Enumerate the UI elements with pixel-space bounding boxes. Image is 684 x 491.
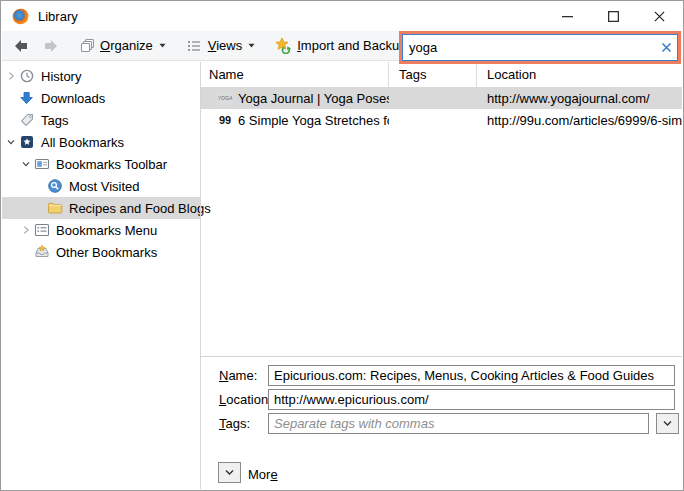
twisty-spacer [33, 200, 45, 216]
sidebar-item-label: History [41, 69, 81, 84]
chevron-right-icon[interactable] [20, 222, 32, 238]
titlebar: Library [2, 1, 682, 31]
sidebar-item-all-bookmarks[interactable]: All Bookmarks [2, 131, 200, 153]
column-header-tags[interactable]: Tags [389, 62, 477, 87]
forward-button[interactable] [40, 34, 62, 58]
details-tags-input[interactable] [268, 413, 649, 434]
sidebar-item-label: Tags [41, 113, 68, 128]
bookmarks-toolbar-icon [34, 156, 50, 172]
more-expander-button[interactable] [218, 462, 241, 483]
twisty-spacer [5, 90, 17, 106]
list-row-yoga-journal[interactable]: YOGA Yoga Journal | Yoga Poses, ... http… [201, 87, 682, 109]
search-input[interactable] [403, 40, 655, 55]
column-header-location[interactable]: Location [477, 62, 682, 87]
downloads-icon [19, 90, 35, 106]
sidebar-item-bookmarks-menu[interactable]: Bookmarks Menu [2, 219, 200, 241]
chevron-down-icon [662, 419, 673, 428]
other-bookmarks-icon [34, 244, 50, 260]
most-visited-icon [47, 178, 63, 194]
bookmarks-list: Name Tags Location YOGA Yoga Journal | Y… [201, 62, 682, 131]
sidebar-item-other-bookmarks[interactable]: Other Bookmarks [2, 241, 200, 263]
sidebar-item-label: Recipes and Food Blogs [69, 201, 211, 216]
sidebar: History Downloads Tags All Bookmarks [2, 62, 200, 489]
details-tags-label: Tags: [219, 416, 250, 431]
organize-button[interactable]: Organize [74, 35, 170, 56]
sidebar-item-label: Downloads [41, 91, 105, 106]
chevron-down-icon[interactable] [5, 134, 17, 150]
sidebar-item-bookmarks-toolbar[interactable]: Bookmarks Toolbar [2, 153, 200, 175]
sidebar-item-label: All Bookmarks [41, 135, 124, 150]
maximize-button[interactable] [598, 4, 628, 28]
views-button[interactable]: Views [182, 35, 259, 56]
sidebar-item-downloads[interactable]: Downloads [2, 87, 200, 109]
folder-icon [47, 200, 63, 216]
all-bookmarks-icon [19, 134, 35, 150]
sidebar-item-label: Bookmarks Menu [56, 223, 157, 238]
back-button[interactable] [10, 34, 32, 58]
search-highlight-annotation [399, 31, 681, 64]
list-row-yoga-stretches[interactable]: 99 6 Simple Yoga Stretches for... http:/… [201, 109, 682, 131]
bookmarks-menu-icon [34, 222, 50, 238]
details-location-label: Location: [219, 392, 272, 407]
more-label: More [248, 467, 278, 482]
chevron-down-icon[interactable] [20, 156, 32, 172]
search-clear-icon[interactable] [655, 35, 677, 60]
twisty-spacer [33, 178, 45, 194]
tag-icon [19, 112, 35, 128]
sidebar-item-most-visited[interactable]: Most Visited [2, 175, 200, 197]
history-icon [19, 68, 35, 84]
details-location-input[interactable] [268, 389, 675, 410]
list-header: Name Tags Location [201, 62, 682, 87]
organize-label: Organize [100, 38, 153, 53]
search-box [402, 34, 678, 61]
sidebar-item-label: Other Bookmarks [56, 245, 157, 260]
back-arrow-icon [13, 38, 29, 54]
tags-dropdown-button[interactable] [656, 413, 679, 434]
import-backup-label: Import and Backup [297, 38, 406, 53]
twisty-spacer [20, 244, 32, 260]
maximize-icon [608, 11, 619, 22]
yogajournal-favicon: YOGA [217, 92, 233, 105]
firefox-icon [12, 8, 29, 25]
details-name-input[interactable] [268, 365, 675, 386]
column-header-name[interactable]: Name [201, 62, 389, 87]
organize-icon [78, 37, 95, 54]
library-window: Library [0, 0, 684, 491]
twisty-spacer [5, 112, 17, 128]
details-separator [201, 356, 682, 357]
close-button[interactable] [644, 4, 674, 28]
sidebar-item-label: Bookmarks Toolbar [56, 157, 167, 172]
close-icon [654, 11, 665, 22]
chevron-right-icon[interactable] [5, 68, 17, 84]
99u-favicon: 99 [217, 113, 233, 127]
chevron-down-icon [224, 468, 235, 477]
window-title: Library [38, 9, 78, 24]
sidebar-item-label: Most Visited [69, 179, 140, 194]
dropdown-caret-icon [159, 43, 166, 48]
dropdown-caret-icon [248, 43, 255, 48]
views-icon [186, 37, 203, 54]
forward-arrow-icon [43, 38, 59, 54]
bookmark-name: Yoga Journal | Yoga Poses, ... [238, 91, 389, 106]
sidebar-item-history[interactable]: History [2, 65, 200, 87]
minimize-icon [562, 11, 573, 22]
details-name-label: Name: [219, 368, 257, 383]
bookmark-name: 6 Simple Yoga Stretches for... [238, 113, 389, 128]
window-controls [552, 4, 674, 28]
sidebar-item-tags[interactable]: Tags [2, 109, 200, 131]
bookmark-location: http://99u.com/articles/6999/6-sim... [477, 113, 682, 128]
minimize-button[interactable] [552, 4, 582, 28]
bookmark-location: http://www.yogajournal.com/ [477, 91, 682, 106]
views-label: Views [208, 38, 242, 53]
sidebar-item-recipes-and-food-blogs[interactable]: Recipes and Food Blogs [2, 197, 200, 219]
import-backup-icon [275, 37, 292, 54]
